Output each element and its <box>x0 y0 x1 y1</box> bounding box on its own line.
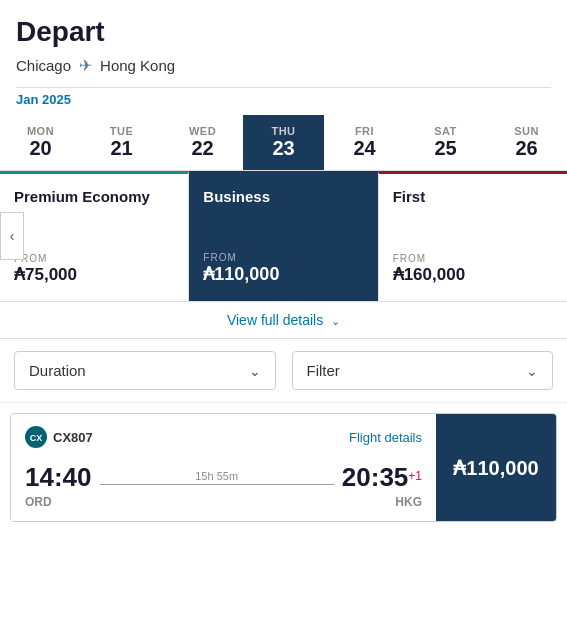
flight-details-link[interactable]: Flight details <box>349 430 422 445</box>
arrive-offset: +1 <box>408 469 422 483</box>
cabin-price: ₳75,000 <box>14 264 176 285</box>
left-arrow[interactable]: ‹ <box>0 212 24 260</box>
month-label: Jan 2025 <box>16 87 551 115</box>
day-name: FRI <box>328 125 401 137</box>
cabin-card-first[interactable]: First FROM ₳160,000 <box>379 171 567 301</box>
day-name: TUE <box>85 125 158 137</box>
header-section: Depart Chicago ✈ Hong Kong Jan 2025 <box>0 0 567 115</box>
day-name: WED <box>166 125 239 137</box>
filter-label: Filter <box>307 362 340 379</box>
date-cell-21[interactable]: TUE 21 <box>81 115 162 170</box>
date-cell-23[interactable]: THU 23 <box>243 115 324 170</box>
cabin-price-row: FROM ₳110,000 <box>203 252 365 285</box>
cabin-price: ₳160,000 <box>393 264 555 285</box>
date-cell-24[interactable]: FRI 24 <box>324 115 405 170</box>
duration-label: Duration <box>29 362 86 379</box>
plane-icon: ✈ <box>79 56 92 75</box>
depart-airport: ORD <box>25 495 52 509</box>
page-title: Depart <box>16 16 551 48</box>
flight-info-panel: CX CX807 Flight details 14:40 15h 55m 20… <box>11 414 436 521</box>
day-num: 21 <box>85 137 158 160</box>
date-cell-25[interactable]: SAT 25 <box>405 115 486 170</box>
day-num: 20 <box>4 137 77 160</box>
cabin-price-row: FROM ₳160,000 <box>393 253 555 285</box>
cabin-card-business[interactable]: Business FROM ₳110,000 <box>189 171 378 301</box>
flight-price: ₳110,000 <box>453 456 538 480</box>
view-details-label: View full details <box>227 312 323 328</box>
depart-time: 14:40 <box>25 462 92 493</box>
page-container: Depart Chicago ✈ Hong Kong Jan 2025 MON … <box>0 0 567 634</box>
route-row: Chicago ✈ Hong Kong <box>16 56 551 75</box>
svg-text:CX: CX <box>30 433 43 443</box>
chevron-down-icon: ⌄ <box>331 315 340 327</box>
flight-times-row: 14:40 15h 55m 20:35+1 <box>25 462 422 493</box>
duration-chevron-icon: ⌄ <box>249 363 261 379</box>
filter-row: Duration ⌄ Filter ⌄ <box>0 339 567 403</box>
day-name: MON <box>4 125 77 137</box>
cabin-price-row: FROM ₳75,000 <box>14 253 176 285</box>
cabin-name: Premium Economy <box>14 188 176 205</box>
date-cell-20[interactable]: MON 20 <box>0 115 81 170</box>
day-name: SUN <box>490 125 563 137</box>
flight-number-row: CX CX807 <box>25 426 93 448</box>
day-num: 25 <box>409 137 482 160</box>
cabin-price: ₳110,000 <box>203 263 365 285</box>
arrive-airport: HKG <box>395 495 422 509</box>
flight-line-container: 15h 55m <box>100 470 334 485</box>
price-panel[interactable]: ₳110,000 <box>436 414 556 521</box>
day-name: SAT <box>409 125 482 137</box>
cabin-name: First <box>393 188 555 205</box>
day-num: 24 <box>328 137 401 160</box>
arrive-block: 20:35+1 <box>342 462 422 493</box>
duration-text: 15h 55m <box>195 470 238 482</box>
filter-dropdown[interactable]: Filter ⌄ <box>292 351 554 390</box>
cabin-name: Business <box>203 188 365 205</box>
view-details-row[interactable]: View full details ⌄ <box>0 302 567 339</box>
date-cell-26[interactable]: SUN 26 <box>486 115 567 170</box>
duration-dropdown[interactable]: Duration ⌄ <box>14 351 276 390</box>
arrive-time: 20:35 <box>342 462 409 492</box>
day-name: THU <box>247 125 320 137</box>
from-label: FROM <box>203 252 365 263</box>
day-num: 22 <box>166 137 239 160</box>
day-num: 26 <box>490 137 563 160</box>
from-label: FROM <box>14 253 176 264</box>
cabin-row: ‹ Premium Economy FROM ₳75,000 Business … <box>0 171 567 302</box>
airline-logo: CX <box>25 426 47 448</box>
date-row: MON 20 TUE 21 WED 22 THU 23 FRI 24 SAT 2… <box>0 115 567 171</box>
flight-line <box>100 484 334 485</box>
day-num: 23 <box>247 137 320 160</box>
destination-city: Hong Kong <box>100 57 175 74</box>
flight-top-row: CX CX807 Flight details <box>25 426 422 448</box>
airport-row: ORD HKG <box>25 495 422 509</box>
from-label: FROM <box>393 253 555 264</box>
flight-number: CX807 <box>53 430 93 445</box>
date-cell-22[interactable]: WED 22 <box>162 115 243 170</box>
cabin-card-premium[interactable]: Premium Economy FROM ₳75,000 <box>0 171 189 301</box>
filter-chevron-icon: ⌄ <box>526 363 538 379</box>
origin-city: Chicago <box>16 57 71 74</box>
flight-card: CX CX807 Flight details 14:40 15h 55m 20… <box>10 413 557 522</box>
